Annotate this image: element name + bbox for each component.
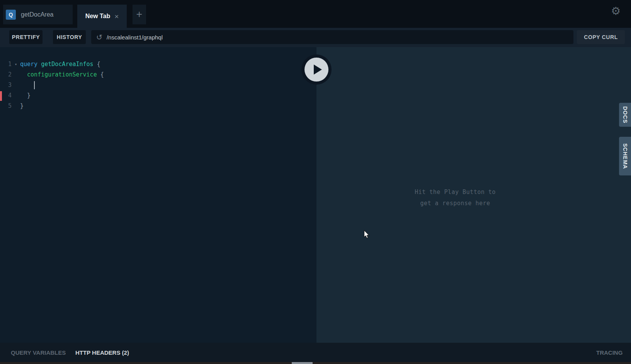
line-number: 2 — [0, 70, 12, 80]
text-caret — [34, 81, 35, 89]
toolbar: PRETTIFY HISTORY ↺ /nscalealinst1/graphq… — [0, 28, 631, 47]
query-code: 1 ▾ query getDocAreaInfos { 2 configurat… — [0, 59, 316, 111]
horizontal-scrollbar-thumb[interactable] — [292, 362, 313, 364]
code-line: 4 } — [0, 90, 316, 101]
line-number: 3 — [0, 80, 12, 90]
close-tab-icon[interactable]: × — [114, 13, 119, 20]
add-tab-button[interactable]: + — [133, 5, 146, 24]
tab-new-tab-label: New Tab — [85, 13, 111, 20]
code-line: 1 ▾ query getDocAreaInfos { — [0, 59, 316, 70]
tab-getdocarea-label: getDocArea — [21, 11, 54, 18]
history-button[interactable]: HISTORY — [53, 30, 86, 44]
endpoint-input[interactable]: ↺ /nscalealinst1/graphql — [91, 30, 573, 44]
tab-docs[interactable]: DOCS — [619, 103, 631, 127]
horizontal-scrollbar-track — [0, 362, 631, 364]
response-hint-line2: get a response here — [385, 198, 526, 209]
copy-curl-button[interactable]: COPY CURL — [577, 30, 625, 44]
tracing-tab[interactable]: TRACING — [596, 343, 622, 362]
code-line: 3 — [0, 80, 316, 90]
bottom-bar: QUERY VARIABLES HTTP HEADERS (2) TRACING — [0, 343, 631, 362]
query-editor[interactable]: 1 ▾ query getDocAreaInfos { 2 configurat… — [0, 47, 316, 343]
line-number: 5 — [0, 101, 12, 111]
tab-bar: Q getDocArea New Tab × + ⚙ — [0, 0, 631, 28]
code-line: 2 configurationService { — [0, 70, 316, 80]
line-number: 1 — [0, 59, 12, 70]
reload-schema-icon[interactable]: ↺ — [96, 34, 102, 41]
fold-arrow-icon[interactable]: ▾ — [12, 59, 20, 70]
http-headers-tab[interactable]: HTTP HEADERS (2) — [75, 343, 129, 362]
error-line-marker — [0, 91, 2, 101]
play-icon — [304, 58, 328, 82]
code-line: 5 } — [0, 101, 316, 111]
tab-schema[interactable]: SCHEMA — [619, 137, 631, 175]
graphql-playground-window: Q getDocArea New Tab × + ⚙ PRETTIFY HIST… — [0, 0, 631, 364]
query-badge-icon: Q — [6, 10, 16, 20]
response-hint: Hit the Play Button to get a response he… — [385, 187, 526, 209]
execute-play-button[interactable] — [301, 54, 332, 85]
endpoint-url-text: /nscalealinst1/graphql — [107, 34, 163, 41]
query-variables-tab[interactable]: QUERY VARIABLES — [11, 343, 66, 362]
tab-getdocarea[interactable]: Q getDocArea — [3, 5, 73, 24]
response-hint-line1: Hit the Play Button to — [385, 187, 526, 198]
tab-new-tab[interactable]: New Tab × — [77, 5, 127, 28]
prettify-button[interactable]: PRETTIFY — [9, 30, 43, 44]
settings-gear-icon[interactable]: ⚙ — [611, 6, 621, 17]
